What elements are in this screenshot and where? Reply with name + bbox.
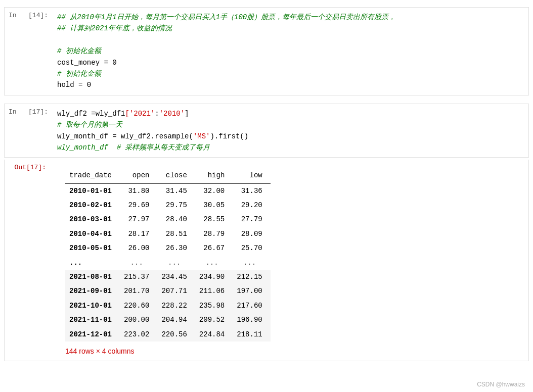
col-high: high	[195, 168, 233, 183]
table-row-close: 26.30	[157, 241, 195, 255]
notebook: In [14]: ## 从2010年1月1日开始，每月第一个交易日买入1手（10…	[0, 0, 533, 392]
cell-17-label: In [17]:	[5, 104, 52, 158]
cell-14: In [14]: ## 从2010年1月1日开始，每月第一个交易日买入1手（10…	[4, 7, 529, 95]
table-row-date: 2010-02-01	[65, 198, 120, 212]
table-row-open: 220.60	[120, 299, 157, 313]
table-row-high: ...	[195, 256, 233, 270]
table-row-low: 28.09	[233, 227, 270, 241]
table-row-low: 31.36	[233, 183, 270, 198]
table-row-open: 29.69	[120, 198, 157, 212]
table-row-low: 25.70	[233, 241, 270, 255]
table-row-open: 28.17	[120, 227, 157, 241]
table-row-high: 209.52	[195, 313, 233, 327]
table-row-close: 204.94	[157, 313, 195, 327]
in-number-17: [17]:	[20, 108, 48, 116]
code-line: wly_month_df = wly_df2.resample('MS').fi…	[57, 131, 523, 142]
table-row-low: 212.15	[233, 270, 270, 284]
table-row-close: 228.22	[157, 299, 195, 313]
col-open: open	[120, 168, 157, 183]
table-row-close: 31.45	[157, 183, 195, 198]
table-row-date: 2010-03-01	[65, 212, 120, 226]
table-row-date: 2021-12-01	[65, 327, 120, 341]
cell-14-content[interactable]: ## 从2010年1月1日开始，每月第一个交易日买入1手（100股）股票，每年最…	[52, 8, 528, 95]
table-row-date: 2010-05-01	[65, 241, 120, 255]
code-line: ## 计算到2021年年底，收益的情况	[57, 23, 523, 34]
table-row-low: 217.60	[233, 299, 270, 313]
table-row-low: 27.79	[233, 212, 270, 226]
table-row-close: 29.75	[157, 198, 195, 212]
table-row-open: 223.02	[120, 327, 157, 341]
code-line: ## 从2010年1月1日开始，每月第一个交易日买入1手（100股）股票，每年最…	[57, 12, 523, 23]
row-count: 144 rows × 4 columns	[65, 346, 523, 357]
table-row-close: 28.51	[157, 227, 195, 241]
in-number-14: [14]:	[20, 12, 48, 19]
code-line: wly_month_df # 采样频率从每天变成了每月	[57, 142, 523, 153]
table-row-date: ...	[65, 256, 120, 270]
table-row-open: 200.00	[120, 313, 157, 327]
table-row-high: 211.06	[195, 284, 233, 298]
table-row-date: 2021-11-01	[65, 313, 120, 327]
code-line: hold = 0	[57, 79, 523, 90]
table-row-open: 215.37	[120, 270, 157, 284]
output-17: Out[17]: trade_date open close high low …	[4, 160, 529, 361]
table-row-close: 220.56	[157, 327, 195, 341]
table-row-high: 234.90	[195, 270, 233, 284]
output-17-content: trade_date open close high low 2010-01-0…	[50, 160, 528, 361]
code-line: # 取每个月的第一天	[57, 119, 523, 130]
table-row-date: 2021-08-01	[65, 270, 120, 284]
table-row-high: 28.55	[195, 212, 233, 226]
table-row-high: 32.00	[195, 183, 233, 198]
in-label-17: In	[9, 108, 17, 116]
watermark: CSDN @hwwaizs	[477, 381, 525, 388]
cell-17-content[interactable]: wly_df2 =wly_df1['2021':'2010'] # 取每个月的第…	[52, 104, 528, 158]
col-low: low	[233, 168, 270, 183]
cell-14-label: In [14]:	[5, 8, 52, 95]
table-row-high: 224.84	[195, 327, 233, 341]
dataframe-table: trade_date open close high low 2010-01-0…	[65, 168, 271, 341]
table-row-close: 207.71	[157, 284, 195, 298]
table-row-close: 28.40	[157, 212, 195, 226]
in-label-14: In	[9, 12, 17, 19]
table-row-high: 235.98	[195, 299, 233, 313]
table-row-close: ...	[157, 256, 195, 270]
table-row-open: 27.97	[120, 212, 157, 226]
table-row-low: 197.00	[233, 284, 270, 298]
table-row-open: 201.70	[120, 284, 157, 298]
table-row-high: 26.67	[195, 241, 233, 255]
code-line: # 初始化金额	[57, 45, 523, 57]
code-line	[57, 34, 523, 45]
col-close: close	[157, 168, 195, 183]
table-row-close: 234.45	[157, 270, 195, 284]
table-row-date: 2010-04-01	[65, 227, 120, 241]
table-row-date: 2010-01-01	[65, 183, 120, 198]
table-row-open: 26.00	[120, 241, 157, 255]
table-row-low: ...	[233, 256, 270, 270]
table-row-open: ...	[120, 256, 157, 270]
table-row-low: 218.11	[233, 327, 270, 341]
table-row-high: 28.79	[195, 227, 233, 241]
out-label-17: Out[17]:	[5, 160, 50, 361]
table-row-high: 30.05	[195, 198, 233, 212]
cell-17: In [17]: wly_df2 =wly_df1['2021':'2010']…	[4, 104, 529, 158]
code-line: wly_df2 =wly_df1['2021':'2010']	[57, 108, 523, 119]
code-line: cost_money = 0	[57, 57, 523, 68]
out-label-text: Out[17]:	[15, 164, 46, 171]
code-line: # 初始化金额	[57, 68, 523, 79]
index-header: trade_date	[65, 168, 120, 183]
table-row-low: 196.90	[233, 313, 270, 327]
table-row-low: 29.20	[233, 198, 270, 212]
table-row-date: 2021-10-01	[65, 299, 120, 313]
table-row-open: 31.80	[120, 183, 157, 198]
table-row-date: 2021-09-01	[65, 284, 120, 298]
